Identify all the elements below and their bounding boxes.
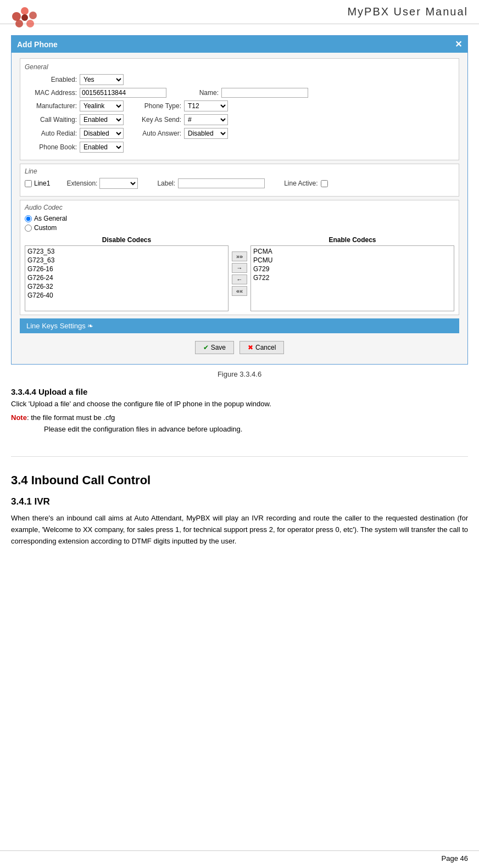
note-text-row: Note: the file format must be .cfg — [11, 413, 468, 422]
line-row: Line1 Extension: Label: Line Active: — [25, 178, 454, 189]
mac-label: MAC Address: — [25, 89, 80, 97]
dialog-body: General Enabled: Yes No MAC Address: Nam… — [12, 53, 467, 364]
move-all-left-button[interactable]: «« — [232, 286, 247, 296]
header-title: MyPBX User Manual — [347, 5, 468, 18]
svg-point-1 — [21, 7, 29, 15]
line-section: Line Line1 Extension: Label: Line Active… — [20, 164, 459, 197]
radio-custom[interactable]: Custom — [25, 224, 454, 232]
radio-as-general-input[interactable] — [25, 215, 32, 222]
label-input[interactable] — [178, 178, 265, 188]
svg-point-3 — [26, 20, 34, 27]
dialog-close-button[interactable]: ✕ — [455, 39, 462, 49]
list-item[interactable]: G726-40 — [26, 291, 227, 300]
enable-codecs-list-box[interactable]: PCMA PCMU G729 G722 — [250, 245, 454, 311]
line1-label: Line1 — [34, 180, 50, 187]
audio-radio-group: As General Custom — [25, 215, 454, 232]
disable-codecs-list-box[interactable]: G723_53 G723_63 G726-16 G726-24 G726-32 … — [25, 245, 229, 311]
save-button-label: Save — [211, 344, 226, 351]
section-341-heading: 3.4.1 IVR — [11, 496, 468, 507]
line-keys-settings-bar[interactable]: Line Keys Settings ❧ — [20, 318, 459, 333]
svg-point-4 — [15, 20, 23, 27]
codec-container: Disable Codecs G723_53 G723_63 G726-16 G… — [25, 236, 454, 311]
section-341-para1: When there's an inbound call aims at Aut… — [11, 513, 468, 547]
page-footer: Page 46 — [0, 850, 479, 863]
yeastar-logo-icon — [5, 4, 44, 29]
move-left-button[interactable]: ← — [232, 275, 247, 284]
note-keyword: Note — [11, 413, 27, 422]
mac-input[interactable] — [80, 88, 166, 98]
svg-point-5 — [21, 14, 28, 21]
phonebook-row: Phone Book: Enabled Disabled — [25, 142, 454, 153]
auto-redial-label: Auto Redial: — [25, 130, 80, 137]
section-341: 3.4.1 IVR When there's an inbound call a… — [11, 496, 468, 547]
extension-select[interactable] — [99, 178, 138, 189]
section-3344-heading: 3.3.4.4 Upload a file — [11, 387, 468, 396]
cancel-button[interactable]: ✖ Cancel — [239, 341, 284, 354]
section-34: 3.4 Inbound Call Control — [11, 473, 468, 488]
section-3344: 3.3.4.4 Upload a file Click 'Upload a fi… — [11, 387, 468, 434]
auto-answer-label: Auto Answer: — [135, 130, 184, 137]
manufacturer-select[interactable]: Yealink — [80, 100, 124, 111]
page-header: MyPBX User Manual — [0, 0, 479, 24]
name-input[interactable] — [221, 88, 308, 98]
move-all-right-button[interactable]: »» — [232, 251, 247, 261]
section-3344-para1: Click 'Upload a file' and choose the con… — [11, 399, 468, 410]
list-item[interactable]: G729 — [252, 265, 453, 273]
enable-codecs-header: Enable Codecs — [250, 236, 454, 244]
logo — [5, 4, 49, 29]
section-34-heading: 3.4 Inbound Call Control — [11, 473, 468, 488]
list-item[interactable]: PCMU — [252, 256, 453, 265]
key-as-send-select[interactable]: # * — [184, 114, 228, 125]
mac-name-row: MAC Address: Name: — [25, 88, 454, 98]
radio-as-general[interactable]: As General — [25, 215, 454, 222]
phone-book-select[interactable]: Enabled Disabled — [80, 142, 124, 153]
radio-custom-input[interactable] — [25, 225, 32, 232]
line1-checkbox[interactable] — [25, 180, 32, 187]
disable-codecs-column: Disable Codecs G723_53 G723_63 G726-16 G… — [25, 236, 229, 311]
general-section-label: General — [25, 63, 454, 71]
page-number: Page 46 — [442, 854, 468, 863]
line-active-label: Line Active: — [281, 180, 320, 187]
list-item[interactable]: G722 — [252, 273, 453, 282]
divider — [11, 456, 468, 457]
enable-codecs-column: Enable Codecs PCMA PCMU G729 G722 — [250, 236, 454, 311]
disable-codecs-header: Disable Codecs — [25, 236, 229, 244]
add-phone-dialog: Add Phone ✕ General Enabled: Yes No MAC … — [11, 35, 468, 365]
label-label: Label: — [154, 180, 178, 187]
auto-redial-select[interactable]: Disabled Enabled — [80, 128, 124, 139]
cancel-button-label: Cancel — [255, 344, 276, 351]
line-active-checkbox[interactable] — [321, 180, 328, 187]
dialog-footer: ✔ Save ✖ Cancel — [20, 337, 459, 359]
audio-codec-label: Audio Codec — [25, 204, 454, 211]
list-item[interactable]: G726-32 — [26, 282, 227, 291]
svg-point-2 — [29, 12, 37, 19]
manufacturer-label: Manufacturer: — [25, 102, 80, 110]
codec-buttons-group: »» → ← «« — [231, 236, 248, 311]
move-right-button[interactable]: → — [232, 263, 247, 273]
list-item[interactable]: G723_53 — [26, 247, 227, 256]
phone-book-label: Phone Book: — [25, 143, 80, 151]
dialog-titlebar: Add Phone ✕ — [12, 36, 467, 53]
general-section: General Enabled: Yes No MAC Address: Nam… — [20, 58, 459, 160]
list-item[interactable]: PCMA — [252, 247, 453, 256]
save-check-icon: ✔ — [203, 344, 209, 351]
enabled-label: Enabled: — [25, 76, 80, 83]
list-item[interactable]: G723_63 — [26, 256, 227, 265]
call-waiting-label: Call Waiting: — [25, 116, 80, 124]
autoredial-autoanswer-row: Auto Redial: Disabled Enabled Auto Answe… — [25, 128, 454, 139]
audio-codec-section: Audio Codec As General Custom Disable Co… — [20, 200, 459, 315]
auto-answer-select[interactable]: Disabled Enabled — [184, 128, 228, 139]
call-waiting-select[interactable]: Enabled Disabled — [80, 114, 124, 125]
enabled-select[interactable]: Yes No — [80, 74, 124, 85]
dialog-title: Add Phone — [17, 40, 58, 49]
manufacturer-phonetype-row: Manufacturer: Yealink Phone Type: T12 — [25, 100, 454, 111]
list-item[interactable]: G726-16 — [26, 265, 227, 273]
key-as-send-label: Key As Send: — [135, 116, 184, 124]
cancel-x-icon: ✖ — [248, 344, 253, 351]
phone-type-select[interactable]: T12 — [184, 100, 228, 111]
callwaiting-keyassend-row: Call Waiting: Enabled Disabled Key As Se… — [25, 114, 454, 125]
save-button[interactable]: ✔ Save — [195, 341, 234, 354]
list-item[interactable]: G726-24 — [26, 273, 227, 282]
note-body: the file format must be .cfg — [29, 413, 115, 422]
figure-caption: Figure 3.3.4.6 — [11, 370, 468, 378]
